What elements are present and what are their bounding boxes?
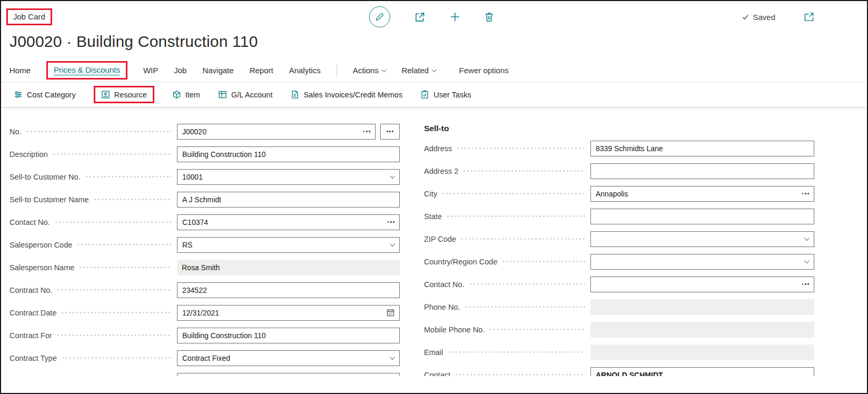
field-contact-no[interactable]: C10374 bbox=[177, 214, 400, 230]
form-row: Phone No. bbox=[424, 296, 814, 318]
dotted-leader bbox=[76, 244, 172, 245]
dotted-leader bbox=[462, 170, 585, 172]
dotted-leader bbox=[455, 374, 585, 376]
dotted-leader bbox=[465, 306, 585, 308]
form-row: Mobile Phone No. bbox=[424, 318, 814, 341]
tab-job[interactable]: Job bbox=[174, 66, 186, 75]
delete-button[interactable] bbox=[485, 12, 494, 22]
dotted-leader bbox=[61, 312, 172, 313]
field-no[interactable]: J00020 bbox=[177, 124, 376, 140]
dotted-leader bbox=[489, 329, 585, 330]
field-label: Contact bbox=[424, 371, 450, 377]
field-address[interactable]: 8339 Schmidts Lane bbox=[590, 141, 814, 156]
field-contract-for[interactable]: Building Construction 110 bbox=[177, 328, 400, 343]
field-label: Sell-to Customer Name bbox=[9, 195, 89, 204]
field-salesperson-code[interactable]: RS bbox=[177, 237, 400, 253]
field-label: Description bbox=[9, 150, 48, 159]
field-state[interactable] bbox=[590, 209, 814, 224]
menu-actions[interactable]: Actions bbox=[353, 66, 386, 75]
field-label: Contract For bbox=[9, 331, 52, 340]
field-address-2[interactable] bbox=[590, 163, 814, 179]
tab-report[interactable]: Report bbox=[250, 66, 273, 75]
annotation-box-job-card: Job Card bbox=[6, 8, 52, 25]
menu-related[interactable]: Related bbox=[401, 66, 436, 75]
dropdown-chevron-icon[interactable] bbox=[390, 241, 395, 247]
more-options-button[interactable] bbox=[380, 124, 400, 140]
dotted-leader bbox=[447, 351, 585, 353]
form-row: Contact No. C10374 bbox=[9, 211, 400, 233]
dotted-leader bbox=[93, 199, 172, 200]
field-contract-no[interactable]: 234522 bbox=[177, 282, 400, 298]
form-row: Salesperson Code RS bbox=[9, 233, 400, 256]
assist-edit-icon[interactable] bbox=[802, 193, 809, 194]
tab-wip[interactable]: WIP bbox=[143, 66, 158, 75]
assist-edit-icon[interactable] bbox=[802, 283, 809, 285]
dropdown-chevron-icon[interactable] bbox=[390, 173, 395, 179]
title-block: J00020 · Building Construction 110 bbox=[1, 28, 867, 59]
action-cost-category[interactable]: Cost Category bbox=[14, 90, 76, 99]
tab-analytics[interactable]: Analytics bbox=[289, 66, 321, 75]
form-row: Contract No. 234522 bbox=[9, 279, 400, 301]
tab-strip: Home Prices & Discounts WIP Job Navigate… bbox=[1, 59, 867, 82]
field-label: Contract Type bbox=[9, 354, 57, 362]
form-column-left: No. J00020 Description Buil bbox=[9, 120, 400, 376]
field-sell-to-customer-no[interactable]: 10001 bbox=[177, 169, 400, 185]
dotted-leader bbox=[26, 131, 172, 132]
share-button[interactable] bbox=[415, 12, 426, 23]
form-row: Sell-to Customer No. 10001 bbox=[9, 165, 400, 188]
form-row: Contract For Building Construction 110 bbox=[9, 324, 400, 347]
popout-icon bbox=[804, 12, 814, 22]
dropdown-chevron-icon[interactable] bbox=[390, 354, 395, 360]
check-icon bbox=[742, 13, 749, 21]
popout-button[interactable] bbox=[804, 12, 814, 22]
action-user-tasks[interactable]: User Tasks bbox=[420, 90, 471, 99]
plus-icon bbox=[450, 12, 460, 22]
group-title-sell-to: Sell-to bbox=[424, 120, 814, 137]
action-item[interactable]: Item bbox=[172, 90, 200, 99]
field-label: Contact No. bbox=[424, 280, 465, 289]
field-cutoff[interactable] bbox=[177, 373, 400, 377]
form-row: State bbox=[424, 205, 814, 228]
form-row: Contract Date 12/31/2021 bbox=[9, 301, 400, 324]
form-row: Address 8339 Schmidts Lane bbox=[424, 137, 814, 160]
dotted-leader bbox=[52, 153, 172, 155]
dotted-leader bbox=[446, 215, 585, 217]
action-gl-account[interactable]: G/L Account bbox=[218, 90, 272, 99]
assist-edit-icon[interactable] bbox=[363, 131, 370, 132]
action-resource[interactable]: Resource bbox=[101, 90, 147, 99]
form-row: Sell-to Customer Name A J Schmidt bbox=[9, 188, 400, 211]
calendar-icon[interactable] bbox=[387, 309, 394, 317]
field-sell-to-customer-name[interactable]: A J Schmidt bbox=[177, 192, 400, 208]
field-contract-date[interactable]: 12/31/2021 bbox=[177, 305, 400, 321]
field-label: Email bbox=[424, 348, 443, 357]
field-label: Salesperson Code bbox=[9, 241, 72, 249]
field-city[interactable]: Annapolis bbox=[590, 186, 814, 202]
field-label: No. bbox=[9, 127, 22, 136]
field-sellto-contact-no[interactable] bbox=[590, 277, 814, 292]
field-country-region-code[interactable] bbox=[590, 254, 814, 270]
field-zip-code[interactable] bbox=[590, 231, 814, 247]
dotted-leader bbox=[78, 267, 172, 268]
action-label: Resource bbox=[114, 91, 147, 99]
field-label: Phone No. bbox=[424, 303, 460, 311]
assist-edit-icon[interactable] bbox=[388, 221, 394, 223]
fewer-options-button[interactable]: Fewer options bbox=[459, 66, 509, 75]
dropdown-chevron-icon[interactable] bbox=[804, 258, 810, 263]
edit-button[interactable] bbox=[369, 6, 390, 27]
saved-label: Saved bbox=[753, 13, 775, 22]
tab-prices-discounts[interactable]: Prices & Discounts bbox=[54, 65, 120, 75]
top-bar: Job Card bbox=[1, 1, 867, 28]
tab-navigate[interactable]: Navigate bbox=[202, 66, 233, 75]
gl-account-icon bbox=[218, 90, 227, 99]
share-icon bbox=[415, 12, 426, 23]
field-contract-type[interactable]: Contract Fixed bbox=[177, 350, 400, 366]
field-description[interactable]: Building Construction 110 bbox=[177, 146, 400, 162]
field-contact[interactable]: ARNOLD SCHMIDT bbox=[590, 367, 814, 377]
add-button[interactable] bbox=[450, 12, 460, 22]
annotation-box-prices-discounts: Prices & Discounts bbox=[46, 61, 127, 80]
dropdown-chevron-icon[interactable] bbox=[804, 235, 810, 241]
action-label: Item bbox=[185, 91, 200, 99]
tab-home[interactable]: Home bbox=[9, 66, 31, 75]
saved-indicator: Saved bbox=[742, 13, 775, 22]
action-sales-invoices-credit-memos[interactable]: Sales Invoices/Credit Memos bbox=[290, 90, 402, 99]
